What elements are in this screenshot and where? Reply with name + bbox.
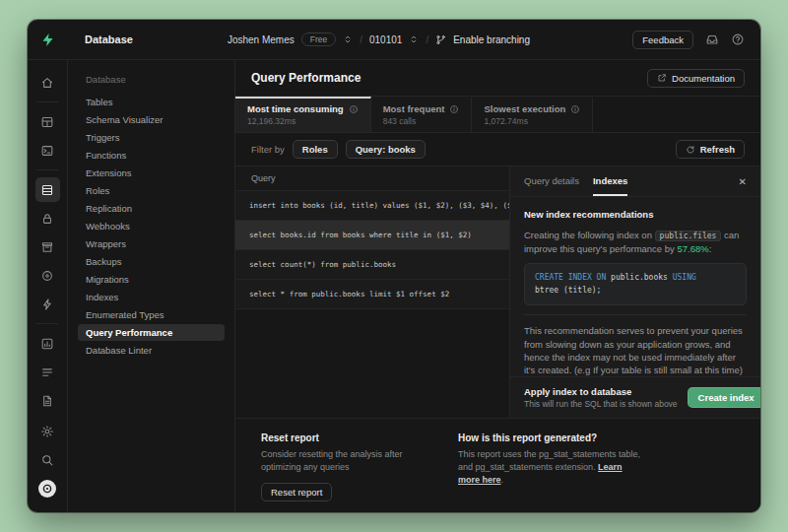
api-docs-icon[interactable]: [35, 388, 60, 413]
sidebar-item-tables[interactable]: Tables: [78, 94, 225, 110]
info-icon: [449, 104, 459, 114]
sidebar-item-triggers[interactable]: Triggers: [78, 129, 225, 146]
panel-tab-query-details[interactable]: Query details: [524, 166, 579, 196]
panel-divider: [524, 314, 747, 315]
sql-line: btree (title);: [535, 285, 736, 298]
query-table: Query insert into books (id, title) valu…: [235, 166, 509, 418]
org-name[interactable]: Joshen Memes: [228, 34, 295, 45]
tab-metric: 843 calls: [383, 116, 460, 126]
storage-icon[interactable]: [35, 234, 60, 259]
filter-bar: Filter by Roles Query: books Refresh: [235, 133, 760, 166]
sql-editor-icon[interactable]: [35, 138, 60, 163]
sidebar-item-roles[interactable]: Roles: [78, 182, 225, 199]
sidebar-item-wrappers[interactable]: Wrappers: [78, 235, 225, 252]
sidebar-heading: Database: [78, 72, 225, 93]
icon-rail: [28, 60, 68, 512]
table-editor-icon[interactable]: [35, 109, 60, 134]
apply-index-footer: Apply index to database This will run th…: [510, 376, 760, 418]
sidebar-item-extensions[interactable]: Extensions: [78, 165, 225, 181]
query-row[interactable]: select count(*) from public.books: [235, 250, 509, 280]
create-index-button[interactable]: Create index: [688, 387, 760, 408]
git-branch-icon: [435, 34, 446, 45]
top-bar: Database Joshen Memes Free / 010101 / En…: [28, 20, 760, 60]
reports-icon[interactable]: [35, 331, 60, 356]
recommendation-title: New index recommendations: [524, 208, 747, 221]
rail-divider: [36, 169, 58, 170]
sidebar-item-replication[interactable]: Replication: [78, 200, 225, 217]
tab-metric: 12,196.32ms: [247, 116, 359, 126]
tab-label: Most frequent: [383, 103, 445, 114]
query-column-header: Query: [235, 166, 509, 191]
realtime-icon[interactable]: [35, 292, 60, 316]
sidebar-item-enumerated-types[interactable]: Enumerated Types: [78, 306, 225, 323]
logs-icon[interactable]: [35, 360, 60, 384]
breadcrumb: Joshen Memes Free / 010101 / Enable bran…: [228, 33, 530, 46]
sidebar-item-indexes[interactable]: Indexes: [78, 289, 225, 305]
rail-divider: [36, 101, 58, 102]
window-body: Database TablesSchema VisualizerTriggers…: [28, 60, 760, 512]
project-selector-chevron-icon[interactable]: [409, 34, 419, 44]
reset-report-section: Reset report Consider resetting the anal…: [261, 432, 430, 512]
sidebar-item-schema-visualizer[interactable]: Schema Visualizer: [78, 111, 225, 128]
info-icon: [570, 104, 580, 114]
query-row[interactable]: insert into books (id, title) values ($1…: [235, 191, 509, 221]
details-panel-body: New index recommendations Creating the f…: [510, 197, 760, 376]
database-icon[interactable]: [35, 177, 60, 202]
topbar-actions: Feedback: [632, 31, 760, 49]
sidebar-item-backups[interactable]: Backups: [78, 253, 225, 270]
settings-icon[interactable]: [35, 419, 60, 443]
enable-branching-button[interactable]: Enable branching: [453, 34, 530, 45]
external-link-icon: [657, 73, 667, 83]
roles-filter-button[interactable]: Roles: [293, 140, 338, 159]
sidebar-item-functions[interactable]: Functions: [78, 147, 225, 164]
tab-slowest-execution[interactable]: Slowest execution1,072.74ms: [472, 97, 593, 132]
close-panel-icon[interactable]: ✕: [739, 176, 747, 187]
profile-icon[interactable]: [35, 476, 60, 500]
refresh-button[interactable]: Refresh: [676, 140, 745, 159]
lightning-bolt-icon: [40, 33, 55, 47]
breadcrumb-separator: /: [360, 34, 362, 45]
main-content: Query Performance Documentation Most tim…: [235, 60, 760, 512]
database-nav-sidebar: Database TablesSchema VisualizerTriggers…: [68, 60, 235, 512]
app-window: Database Joshen Memes Free / 010101 / En…: [28, 20, 760, 512]
supabase-logo[interactable]: [28, 33, 67, 47]
help-icon[interactable]: [731, 33, 745, 46]
home-icon[interactable]: [35, 70, 60, 95]
inbox-icon[interactable]: [705, 33, 719, 46]
feedback-button[interactable]: Feedback: [632, 31, 693, 49]
tab-most-time-consuming[interactable]: Most time consuming12,196.32ms: [235, 97, 371, 132]
tab-most-frequent[interactable]: Most frequent843 calls: [371, 97, 473, 132]
apply-index-text: Apply index to database This will run th…: [524, 386, 678, 409]
project-name[interactable]: 010101: [369, 34, 402, 45]
documentation-button[interactable]: Documentation: [647, 69, 745, 88]
report-info-title: How is this report generated?: [458, 432, 645, 443]
edge-functions-icon[interactable]: [35, 263, 60, 288]
org-selector-chevron-icon[interactable]: [343, 34, 353, 44]
icon-rail-bottom: [35, 417, 60, 502]
query-row[interactable]: select books.id from books where title i…: [235, 221, 509, 250]
rail-divider: [36, 323, 58, 324]
report-footer: Reset report Consider resetting the anal…: [235, 419, 760, 512]
report-info-suffix: .: [501, 475, 504, 485]
search-icon[interactable]: [35, 447, 60, 472]
sidebar-item-migrations[interactable]: Migrations: [78, 271, 225, 288]
performance-percent: 57.68%: [677, 243, 708, 254]
reset-report-button[interactable]: Reset report: [261, 483, 332, 501]
query-filter-button[interactable]: Query: books: [346, 140, 426, 159]
page-header: Query Performance Documentation: [235, 60, 760, 97]
refresh-label: Refresh: [700, 144, 735, 155]
panel-tab-indexes[interactable]: Indexes: [593, 166, 627, 196]
recommendation-text-pre: Creating the following index on: [524, 230, 652, 240]
sidebar-item-webhooks[interactable]: Webhooks: [78, 218, 225, 234]
sidebar-items: TablesSchema VisualizerTriggersFunctions…: [78, 94, 225, 359]
refresh-icon: [686, 145, 695, 155]
sidebar-item-query-performance[interactable]: Query Performance: [78, 324, 225, 341]
create-index-sql: CREATE INDEX ON public.books USINGbtree …: [524, 263, 747, 306]
auth-icon[interactable]: [35, 206, 60, 231]
apply-index-subtitle: This will run the SQL that is shown abov…: [524, 399, 678, 409]
sidebar-item-database-linter[interactable]: Database Linter: [78, 342, 225, 359]
content-area: Query insert into books (id, title) valu…: [235, 166, 760, 419]
report-info-section: How is this report generated? This repor…: [458, 432, 645, 512]
report-info-description: This report uses the pg_stat_statements …: [458, 448, 645, 487]
query-row[interactable]: select * from public.books limit $1 offs…: [235, 280, 509, 309]
